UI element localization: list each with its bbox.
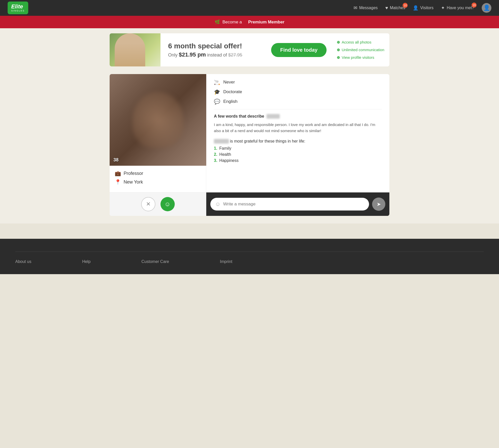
send-button[interactable]: ➤ xyxy=(372,198,385,211)
premium-bold: Premium Member xyxy=(248,20,285,25)
offer-cta-button[interactable]: Find love today xyxy=(271,43,327,57)
profile-card: 38 💼 Professor 📍 New York 🚬 xyxy=(110,74,389,216)
offer-person xyxy=(115,33,145,66)
footer-divider xyxy=(15,251,484,252)
describe-title-text: A few words that describe xyxy=(214,114,264,118)
offer-feature-3-text: View profile visitors xyxy=(342,54,374,61)
grateful-title-text: is most grateful for these things in her… xyxy=(230,139,305,143)
footer: About us Help Customer Care Imprint xyxy=(0,239,499,274)
speech-icon: 💬 xyxy=(214,99,220,105)
nav-visitors[interactable]: 👤 Visitors xyxy=(413,5,433,11)
profile-job: 💼 Professor xyxy=(115,170,201,176)
offer-text: 6 month special offer! Only $21.95 pm in… xyxy=(160,37,266,63)
offer-price-value: $21.95 pm xyxy=(179,51,206,58)
visitors-label: Visitors xyxy=(420,6,433,10)
offer-feature-3: ⊕ View profile visitors xyxy=(337,54,384,61)
grateful-num-1: 1. xyxy=(214,146,217,151)
premium-heart-icon: 🌿 xyxy=(215,19,220,25)
plus-icon-2: ⊕ xyxy=(337,46,340,54)
footer-about[interactable]: About us xyxy=(15,259,31,264)
offer-price-label: Only xyxy=(168,52,178,58)
footer-help[interactable]: Help xyxy=(82,259,91,264)
grateful-item-1-text: Family xyxy=(219,146,231,151)
offer-feature-1: ⊕ Access all photos xyxy=(337,38,384,46)
profile-right: 🚬 Never 🎓 Doctorate 💬 English A few word… xyxy=(206,74,389,192)
location-icon: 📍 xyxy=(115,179,121,185)
premium-prefix: Become a xyxy=(223,20,242,25)
graduation-icon: 🎓 xyxy=(214,89,220,95)
offer-features: ⊕ Access all photos ⊕ Unlimited communic… xyxy=(332,36,389,64)
avatar[interactable]: 👤 xyxy=(482,3,491,13)
profile-job-text: Professor xyxy=(124,171,143,176)
offer-old-price: $27.95 xyxy=(228,52,242,58)
offer-section: 6 month special offer! Only $21.95 pm in… xyxy=(0,28,499,72)
grateful-blur-name: Name xyxy=(214,139,229,144)
person-icon: 👤 xyxy=(413,5,418,11)
grateful-num-2: 2. xyxy=(214,152,217,157)
nav: ✉ Messages ♥ Matches 10 👤 Visitors ✦ Hav… xyxy=(354,3,491,13)
grateful-title: Name is most grateful for these things i… xyxy=(214,139,382,144)
footer-customer-care[interactable]: Customer Care xyxy=(141,259,169,264)
grateful-item-2-text: Health xyxy=(219,152,231,157)
heart-icon: ♥ xyxy=(385,5,388,11)
offer-feature-2-text: Unlimited communication xyxy=(342,46,384,54)
nav-messages[interactable]: ✉ Messages xyxy=(354,5,378,11)
messages-label: Messages xyxy=(359,6,378,10)
message-input[interactable] xyxy=(223,202,364,207)
education-label: Doctorate xyxy=(223,89,242,94)
grateful-item-1: 1. Family xyxy=(214,146,382,151)
offer-feature-1-text: Access all photos xyxy=(342,38,371,46)
action-left: ✕ ☺ xyxy=(110,192,206,216)
premium-banner[interactable]: 🌿 Become a Premium Member xyxy=(0,16,499,28)
footer-spacer xyxy=(0,223,499,239)
profile-photo: 38 xyxy=(110,74,206,166)
profile-smoking: 🚬 Never xyxy=(214,79,382,85)
nav-matches[interactable]: ♥ Matches 10 xyxy=(385,5,405,11)
haveyoumet-badge: 19 xyxy=(472,3,477,8)
offer-instead: instead of xyxy=(207,52,227,58)
profile-education: 🎓 Doctorate xyxy=(214,89,382,95)
describe-title: A few words that describe Name xyxy=(214,114,382,119)
message-input-wrap: ☺ xyxy=(210,198,369,211)
offer-title: 6 month special offer! xyxy=(168,42,258,50)
plus-icon-3: ⊕ xyxy=(337,54,340,61)
reject-button[interactable]: ✕ xyxy=(141,197,155,211)
grateful-list: 1. Family 2. Health 3. Happiness xyxy=(214,146,382,163)
like-button[interactable]: ☺ xyxy=(160,197,175,211)
briefcase-icon: 💼 xyxy=(115,170,121,176)
logo-sub: SINGLES xyxy=(11,10,25,12)
smiley-icon: ☺ xyxy=(215,201,221,207)
footer-links: About us Help Customer Care Imprint xyxy=(15,259,484,264)
profile-language: 💬 English xyxy=(214,99,382,105)
profile-section: 38 💼 Professor 📍 New York 🚬 xyxy=(0,72,499,223)
profile-location: 📍 New York xyxy=(115,179,201,185)
grateful-item-3-text: Happiness xyxy=(219,158,239,163)
offer-image xyxy=(110,33,160,66)
matches-badge: 10 xyxy=(403,3,408,8)
profile-left: 38 💼 Professor 📍 New York xyxy=(110,74,206,192)
shuffle-icon: ✦ xyxy=(441,5,445,11)
smoking-label: Never xyxy=(223,80,235,85)
grateful-num-3: 3. xyxy=(214,158,217,163)
nav-haveyoumet[interactable]: ✦ Have you met? 19 xyxy=(441,5,474,11)
logo[interactable]: Elite SINGLES xyxy=(8,2,28,14)
describe-blur-name: Name xyxy=(267,114,280,119)
profile-age: 38 xyxy=(113,157,119,163)
envelope-icon: ✉ xyxy=(354,5,357,11)
footer-imprint[interactable]: Imprint xyxy=(220,259,232,264)
action-right: ☺ ➤ xyxy=(206,192,389,216)
haveyoumet-label: Have you met? xyxy=(447,6,474,10)
profile-location-text: New York xyxy=(124,179,143,185)
language-label: English xyxy=(223,99,238,104)
grateful-item-2: 2. Health xyxy=(214,152,382,157)
divider-1 xyxy=(214,109,382,109)
describe-body: I am a kind, happy, and responsible pers… xyxy=(214,122,382,134)
avatar-icon: 👤 xyxy=(483,5,490,11)
profile-info: 💼 Professor 📍 New York xyxy=(110,166,206,192)
header: Elite SINGLES ✉ Messages ♥ Matches 10 👤 … xyxy=(0,0,499,16)
send-icon: ➤ xyxy=(377,201,381,207)
logo-text: Elite xyxy=(11,3,23,10)
offer-price: Only $21.95 pm instead of $27.95 xyxy=(168,51,258,58)
blurred-face xyxy=(133,92,183,148)
offer-feature-2: ⊕ Unlimited communication xyxy=(337,46,384,54)
